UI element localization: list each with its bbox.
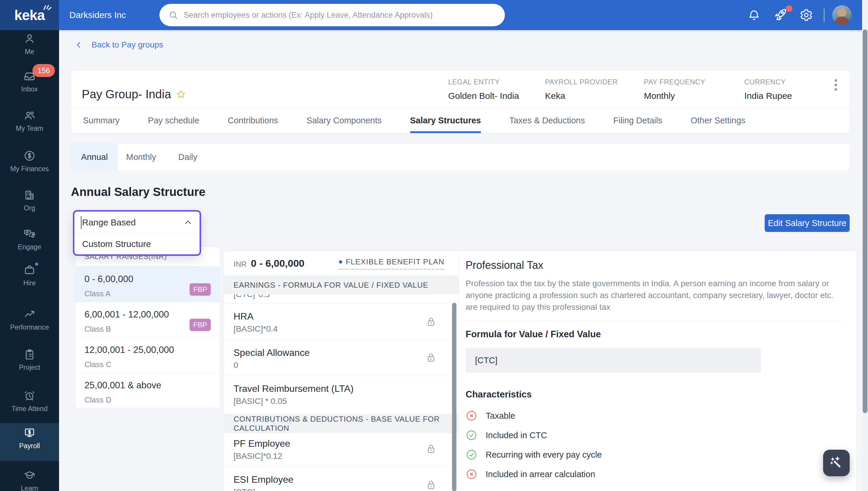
favorite-star-icon[interactable] bbox=[176, 89, 186, 100]
chevron-up-icon[interactable] bbox=[183, 218, 193, 228]
deductions-section-header: CONTRIBUTIONS & DEDUCTIONS - BASE VALUE … bbox=[224, 414, 458, 433]
page-scrollbar-track[interactable] bbox=[862, 0, 868, 491]
component-row-esi-employee[interactable]: ESI Employee [CTC] bbox=[224, 467, 458, 491]
search-input[interactable] bbox=[184, 11, 496, 20]
notifications-button[interactable] bbox=[748, 0, 760, 30]
currency-label: INR bbox=[233, 260, 247, 269]
page-title: Pay Group- India bbox=[82, 88, 186, 101]
lock-icon bbox=[425, 479, 437, 491]
meta-currency: CURRENCY India Rupee bbox=[744, 78, 792, 101]
lock-icon bbox=[425, 351, 437, 364]
team-icon bbox=[23, 109, 36, 121]
dropdown-option-custom-structure[interactable]: Custom Structure bbox=[75, 234, 200, 254]
pay-group-header-card: Pay Group- India LEGAL ENTITY Golden Bol… bbox=[71, 70, 850, 134]
component-row-special-allowance[interactable]: Special Allowance 0 bbox=[224, 340, 458, 376]
global-search[interactable] bbox=[160, 4, 505, 26]
lock-icon bbox=[425, 442, 437, 455]
tab-taxes-deductions[interactable]: Taxes & Deductions bbox=[509, 108, 585, 133]
section-title: Annual Salary Structure bbox=[71, 185, 205, 199]
component-row-pf-employee[interactable]: PF Employee [BASIC]*0.12 bbox=[224, 433, 458, 467]
component-description: Profession tax the tax by the state gove… bbox=[466, 278, 835, 313]
ai-assistant-button[interactable] bbox=[823, 450, 850, 476]
fbp-badge: FBP bbox=[190, 283, 211, 296]
sidebar-item-learn[interactable]: Learn bbox=[0, 469, 59, 491]
org-icon bbox=[23, 189, 36, 201]
page-scrollbar-thumb[interactable] bbox=[863, 30, 867, 413]
sidebar-item-payroll[interactable]: Payroll bbox=[0, 427, 59, 450]
circle-check-icon bbox=[466, 449, 477, 461]
components-scrollbar-thumb[interactable] bbox=[452, 303, 456, 491]
period-subtabs: Annual Monthly Daily bbox=[71, 143, 850, 171]
chevron-left-icon bbox=[75, 40, 83, 49]
formula-value-box: [CTC] bbox=[466, 348, 761, 373]
navbar-divider bbox=[824, 8, 824, 22]
component-detail-title: Professional Tax bbox=[466, 259, 857, 271]
meta-pay-frequency: PAY FREQUENCY Monthly bbox=[644, 78, 705, 101]
performance-icon bbox=[23, 308, 36, 320]
keka-logo[interactable]: keka bbox=[0, 0, 59, 30]
sidebar-item-hire[interactable]: Hire bbox=[0, 264, 59, 287]
range-label: 0 - 6,00,000 bbox=[251, 258, 304, 269]
earnings-section-header: EARNINGS - FORMULA FOR VALUE / FIXED VAL… bbox=[224, 276, 458, 294]
search-icon bbox=[168, 10, 178, 20]
component-row-hra[interactable]: HRA [BASIC]*0.4 bbox=[224, 304, 458, 340]
tab-filing-details[interactable]: Filing Details bbox=[613, 108, 662, 133]
flexible-benefit-plan-link[interactable]: FLEXIBLE BENEFIT PLAN bbox=[339, 257, 444, 270]
salary-range-row[interactable]: 25,00,001 & above Class D bbox=[76, 373, 220, 408]
tab-salary-components[interactable]: Salary Components bbox=[306, 108, 382, 133]
bell-icon bbox=[748, 8, 760, 22]
sidebar-item-me[interactable]: Me bbox=[0, 32, 59, 56]
meta-legal-entity: LEGAL ENTITY Golden Bolt- India bbox=[448, 78, 519, 101]
characteristic-included-in-ctc: Included in CTC bbox=[466, 429, 857, 441]
gear-icon bbox=[800, 8, 813, 22]
tab-pay-schedule[interactable]: Pay schedule bbox=[148, 108, 199, 133]
salary-range-row[interactable]: 12,00,001 - 25,00,000 Class C bbox=[76, 338, 220, 373]
inbox-count-badge: 156 bbox=[32, 64, 55, 77]
components-panel: INR 0 - 6,00,000 FLEXIBLE BENEFIT PLAN E… bbox=[224, 251, 459, 491]
sidebar-item-time-attend[interactable]: Time Attend bbox=[0, 389, 59, 413]
tab-contributions[interactable]: Contributions bbox=[228, 108, 278, 133]
whats-new-button[interactable] bbox=[772, 0, 788, 30]
settings-button[interactable] bbox=[800, 0, 813, 30]
subtab-daily[interactable]: Daily bbox=[164, 143, 211, 171]
keka-payroll-app: keka Darksiders Inc Me bbox=[0, 0, 868, 491]
magic-wand-icon bbox=[829, 455, 844, 471]
top-navbar: keka Darksiders Inc bbox=[0, 0, 862, 30]
learn-icon bbox=[23, 469, 36, 482]
sidebar-item-my-finances[interactable]: My Finances bbox=[0, 150, 59, 173]
circle-x-icon bbox=[466, 468, 477, 480]
characteristics-label: Characteristics bbox=[466, 389, 857, 400]
lock-icon bbox=[425, 315, 437, 328]
tab-salary-structures[interactable]: Salary Structures bbox=[410, 108, 481, 133]
me-icon bbox=[23, 32, 36, 45]
circle-x-icon bbox=[466, 410, 477, 422]
sidebar-item-my-team[interactable]: My Team bbox=[0, 109, 59, 133]
clipped-component-row: [CTC]*0.5 bbox=[224, 294, 458, 304]
edit-salary-structure-button[interactable]: Edit Salary Structure bbox=[765, 214, 850, 232]
subtab-monthly[interactable]: Monthly bbox=[118, 143, 164, 171]
sidebar-item-performance[interactable]: Performance bbox=[0, 308, 59, 331]
subtab-annual[interactable]: Annual bbox=[71, 143, 118, 171]
payroll-icon bbox=[23, 427, 36, 439]
component-details-panel: Professional Tax Profession tax the tax … bbox=[459, 251, 857, 491]
meta-payroll-provider: PAYROLL PROVIDER Keka bbox=[545, 78, 618, 101]
structure-type-input[interactable]: Range Based bbox=[75, 211, 200, 233]
sidebar-item-project[interactable]: Project bbox=[0, 348, 59, 372]
back-to-pay-groups-link[interactable]: Back to Pay groups bbox=[75, 40, 163, 50]
sidebar-item-org[interactable]: Org bbox=[0, 189, 59, 212]
project-icon bbox=[23, 348, 36, 360]
circle-check-icon bbox=[466, 429, 477, 441]
user-avatar[interactable] bbox=[832, 5, 852, 25]
tab-summary[interactable]: Summary bbox=[83, 108, 119, 133]
component-row-travel-reimbursement[interactable]: Travel Reimbursement (LTA) [BASIC] * 0.0… bbox=[224, 376, 458, 414]
structure-type-dropdown: Range Based Custom Structure bbox=[73, 210, 201, 256]
salary-range-row[interactable]: 6,00,001 - 12,00,000 Class B FBP bbox=[76, 302, 220, 338]
sidebar-nav: Me 156 Inbox My Team My Finances Org Eng… bbox=[0, 30, 59, 491]
sidebar-item-engage[interactable]: Engage bbox=[0, 228, 59, 251]
salary-ranges-panel: SALARY RANGES(INR) 0 - 6,00,000 Class A … bbox=[75, 247, 220, 408]
sidebar-item-inbox[interactable]: 156 Inbox bbox=[0, 70, 59, 93]
tab-other-settings[interactable]: Other Settings bbox=[691, 108, 745, 133]
salary-range-row[interactable]: 0 - 6,00,000 Class A FBP bbox=[76, 267, 220, 302]
kebab-menu-icon[interactable] bbox=[832, 77, 840, 95]
finances-icon bbox=[23, 150, 36, 162]
